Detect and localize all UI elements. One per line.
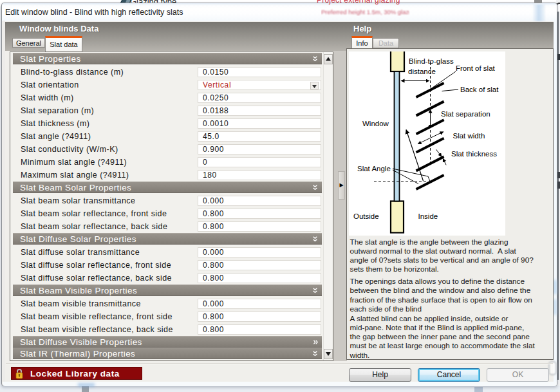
svg-text:Blind-to-glass: Blind-to-glass [409,57,454,65]
svg-text:Slat Angle: Slat Angle [357,165,391,173]
svg-text:Slat width: Slat width [453,132,485,140]
svg-text:Inside: Inside [418,212,438,220]
svg-text:Slat separation: Slat separation [441,110,490,118]
svg-text:Outside: Outside [353,212,379,220]
svg-text:Slat thickness: Slat thickness [451,150,497,158]
svg-text:Front of slat: Front of slat [456,64,496,72]
svg-text:Window: Window [362,120,389,127]
svg-text:Back of slat: Back of slat [460,86,499,93]
svg-text:distance: distance [408,68,436,75]
